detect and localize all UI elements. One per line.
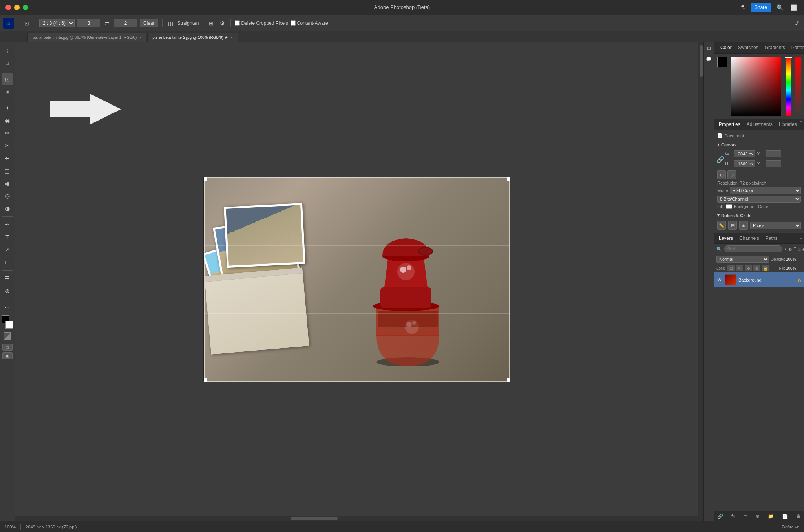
artboard-tool[interactable]: □: [2, 57, 13, 69]
properties-panel-menu[interactable]: ≡: [800, 119, 802, 130]
canvas-height-input[interactable]: [734, 160, 755, 167]
hue-slider[interactable]: [786, 57, 791, 116]
settings-icon[interactable]: ⚙: [218, 19, 227, 27]
window-controls-icon[interactable]: ⬜: [789, 4, 799, 11]
rulers-collapse-icon[interactable]: ▾: [717, 213, 720, 218]
tab-2-close[interactable]: ×: [230, 35, 233, 40]
clear-button[interactable]: Clear: [140, 19, 158, 27]
vertical-scrollbar[interactable]: [698, 42, 704, 516]
tab-libraries[interactable]: Libraries: [776, 119, 800, 130]
layer-filter-vector[interactable]: △: [798, 245, 801, 252]
new-layer-icon[interactable]: 📄: [782, 514, 788, 519]
quick-mask-btn[interactable]: [2, 331, 13, 341]
layers-search-input[interactable]: [724, 245, 782, 252]
canvas-icon-2[interactable]: ⊞: [727, 170, 736, 179]
layer-filter-smart[interactable]: ◉: [802, 245, 804, 252]
canvas-x-input[interactable]: [766, 150, 781, 157]
close-button[interactable]: [5, 5, 11, 10]
share-button[interactable]: Share: [751, 3, 771, 12]
flask-icon[interactable]: ⚗: [738, 4, 747, 11]
straighten-icon[interactable]: ◫: [166, 19, 175, 27]
snap-icon[interactable]: ◈: [739, 221, 748, 230]
tab-layers[interactable]: Layers: [716, 233, 736, 243]
new-group-icon[interactable]: 📁: [768, 514, 774, 519]
overlay-icon[interactable]: ⊞: [207, 19, 216, 27]
minimize-button[interactable]: [14, 5, 20, 10]
history-panel-icon[interactable]: ⊡: [705, 44, 713, 53]
layer-blend-mode-select[interactable]: Normal: [716, 256, 769, 263]
bit-depth-select[interactable]: 8 Bits/Channel: [717, 196, 801, 203]
history-brush-tool[interactable]: ↩: [2, 152, 13, 164]
home-icon[interactable]: ⌂: [3, 18, 14, 29]
layer-visibility-toggle[interactable]: 👁: [716, 277, 723, 283]
aspect-ratio-select[interactable]: 2 : 3 (4 : 6): [39, 19, 75, 27]
blur-tool[interactable]: ◎: [2, 190, 13, 202]
new-fill-adjustment-icon[interactable]: ⊕: [756, 514, 760, 519]
eyedropper-tool[interactable]: ✦: [2, 102, 13, 114]
layer-filter-text[interactable]: T: [794, 245, 796, 252]
spot-healing-tool[interactable]: ◉: [2, 115, 13, 126]
crop-tool-icon[interactable]: ⊡: [22, 19, 31, 27]
application-bar-btn[interactable]: ▣: [2, 352, 13, 359]
canvas-width-input[interactable]: [734, 150, 755, 157]
clone-stamp-tool[interactable]: ✂: [2, 140, 13, 152]
tab-channels[interactable]: Channels: [736, 233, 762, 243]
mode-select[interactable]: RGB Color: [730, 187, 801, 194]
tab-swatches[interactable]: Swatches: [735, 42, 762, 53]
comments-icon[interactable]: 💬: [705, 55, 713, 64]
move-tool[interactable]: ⊹: [2, 45, 13, 57]
lock-transparent-pixels[interactable]: ⊡: [727, 265, 735, 271]
dodge-tool[interactable]: ◑: [2, 203, 13, 214]
search-icon[interactable]: 🔍: [775, 4, 785, 11]
canvas-collapse-icon[interactable]: ▾: [717, 142, 720, 147]
background-color[interactable]: [5, 321, 13, 329]
pen-tool[interactable]: ✒: [2, 219, 13, 230]
lock-position[interactable]: ✛: [745, 265, 752, 271]
tab-gradients[interactable]: Gradients: [762, 42, 788, 53]
hand-tool[interactable]: ☰: [2, 272, 13, 284]
tab-2[interactable]: pts-ai-beta-tinhte-2.jpg @ 100% (RGB/8) …: [147, 33, 238, 42]
frame-tool[interactable]: ⊠: [2, 86, 13, 98]
canvas-icon-1[interactable]: ⊡: [717, 170, 726, 179]
add-effect-icon[interactable]: fx: [731, 514, 735, 519]
vertical-scrollbar-thumb[interactable]: [700, 45, 703, 77]
alpha-slider[interactable]: [795, 57, 801, 116]
history-icon[interactable]: ↺: [792, 19, 801, 27]
color-gradient-picker[interactable]: [731, 57, 781, 116]
lock-artboards[interactable]: ⊠: [753, 265, 760, 271]
type-tool[interactable]: T: [2, 231, 13, 243]
lock-all[interactable]: 🔒: [762, 265, 769, 271]
shape-tool[interactable]: □: [2, 256, 13, 268]
path-selection-tool[interactable]: ↗: [2, 244, 13, 256]
tab-color[interactable]: Color: [717, 42, 735, 53]
canvas-main[interactable]: [15, 42, 698, 516]
canvas-image-container[interactable]: [203, 177, 510, 381]
crop-height-input[interactable]: [114, 19, 137, 27]
tab-1[interactable]: pts-ai-beta-tinhte.jpg @ 66.7% (Generati…: [27, 33, 146, 42]
link-layers-icon[interactable]: 🔗: [717, 514, 723, 519]
content-aware-input[interactable]: [291, 20, 296, 26]
layer-background[interactable]: 👁 Background 🔒: [714, 272, 804, 287]
content-aware-checkbox[interactable]: Content-Aware: [291, 20, 328, 26]
maximize-button[interactable]: [23, 5, 28, 10]
ruler-icon[interactable]: 📏: [717, 221, 726, 230]
canvas-y-input[interactable]: [766, 160, 781, 167]
swap-icon[interactable]: ⇄: [103, 19, 111, 27]
fill-swatch[interactable]: [726, 204, 732, 209]
crop-width-input[interactable]: [77, 19, 100, 27]
grid-icon[interactable]: ⊞: [728, 221, 737, 230]
tab-patterns[interactable]: Patterns: [788, 42, 804, 53]
lock-image-pixels[interactable]: ✏: [736, 265, 743, 271]
fill-input[interactable]: [786, 266, 802, 271]
units-select[interactable]: Pixels: [750, 222, 801, 229]
delete-cropped-checkbox[interactable]: Delete Cropped Pixels: [235, 20, 288, 26]
tab-adjustments[interactable]: Adjustments: [744, 119, 776, 130]
delete-layer-icon[interactable]: 🗑: [796, 514, 801, 519]
screen-mode-btn[interactable]: □: [2, 344, 13, 351]
opacity-input[interactable]: [786, 257, 802, 261]
crop-tool[interactable]: ⊡: [2, 73, 13, 85]
layers-panel-menu[interactable]: ≡: [800, 236, 802, 241]
eraser-tool[interactable]: ◫: [2, 165, 13, 177]
layer-filter-type[interactable]: ✦: [784, 245, 787, 252]
extra-tools[interactable]: ···: [2, 301, 13, 313]
